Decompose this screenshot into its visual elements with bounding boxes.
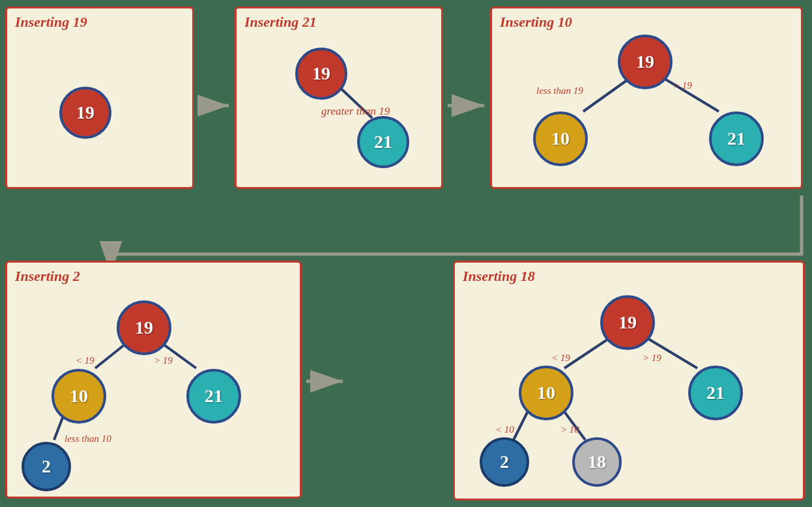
panel-inserting-21: Inserting 21 greater than 19 19 21 xyxy=(235,7,443,189)
panel5-title: Inserting 18 xyxy=(455,263,803,287)
node-10-p5: 10 xyxy=(519,366,573,420)
node-21-p4: 21 xyxy=(186,369,241,424)
node-21-p5: 21 xyxy=(688,366,743,420)
node-19-p5: 19 xyxy=(600,295,655,350)
label-gt-19-p4: > 19 xyxy=(154,355,173,366)
panel1-title: Inserting 19 xyxy=(7,8,192,33)
svg-line-8 xyxy=(95,342,128,368)
node-2-p4: 2 xyxy=(22,442,71,491)
node-19-p3: 19 xyxy=(618,35,673,89)
label-less-than-10-p4: less than 10 xyxy=(65,433,111,444)
arrow-4-right xyxy=(305,370,347,393)
label-gt-10-p5: > 10 xyxy=(560,424,579,435)
node-19-p2: 19 xyxy=(295,48,347,100)
arrow-1-right xyxy=(197,94,233,117)
panel3-title: Inserting 10 xyxy=(492,8,801,33)
panel2-title: Inserting 21 xyxy=(237,8,441,33)
node-21-p3: 21 xyxy=(709,111,764,166)
svg-line-13 xyxy=(564,337,611,368)
node-19-p1: 19 xyxy=(59,87,111,139)
panel-inserting-19: Inserting 19 19 xyxy=(5,7,194,189)
label-gt-19: > 19 xyxy=(673,80,692,91)
panel4-title: Inserting 2 xyxy=(7,263,300,287)
panel-inserting-18: Inserting 18 < 19 > 19 < 10 > 10 19 10 2… xyxy=(453,261,805,500)
label-gt-19-p5: > 19 xyxy=(643,353,661,364)
node-2-p5: 2 xyxy=(480,437,529,487)
svg-line-5 xyxy=(583,79,629,111)
panel2-svg xyxy=(237,8,441,187)
node-18-p5: 18 xyxy=(572,437,622,487)
node-21-p2: 21 xyxy=(357,116,409,168)
arrow-2-right xyxy=(446,94,489,117)
label-lt-19-p4: < 19 xyxy=(76,355,94,366)
node-10-p4: 10 xyxy=(51,369,106,424)
panel-inserting-2: Inserting 2 < 19 > 19 less than 10 19 10… xyxy=(5,261,302,499)
node-19-p4: 19 xyxy=(117,300,171,355)
panel-inserting-10: Inserting 10 less than 19 > 19 19 10 21 xyxy=(490,7,803,189)
label-less-than-19: less than 19 xyxy=(536,85,583,96)
label-lt-10-p5: < 10 xyxy=(495,424,514,435)
node-10-p3: 10 xyxy=(533,111,588,166)
label-lt-19-p5: < 19 xyxy=(551,353,570,364)
